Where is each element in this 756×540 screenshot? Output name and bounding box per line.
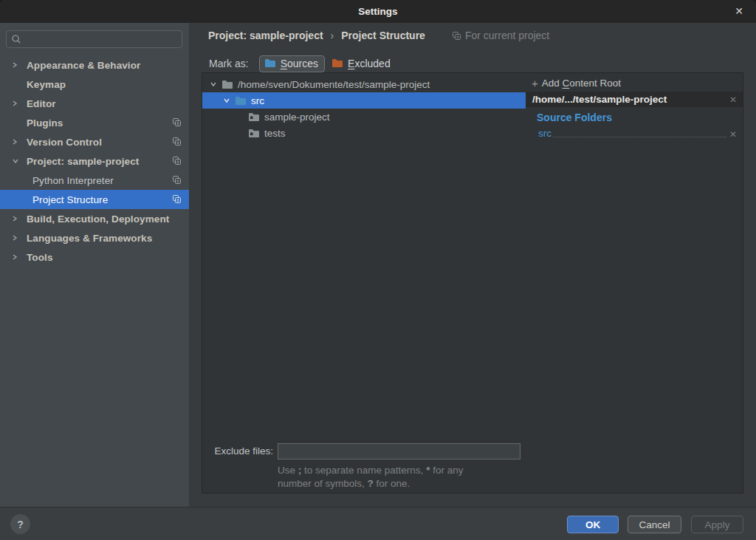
breadcrumb-separator: › [331, 30, 334, 41]
mark-as-excluded-button[interactable]: Excluded [326, 55, 397, 72]
directory-tree-panel: /home/sven/Dokumente/test/sample-project… [202, 72, 526, 493]
exclude-files-hint: Use ; to separate name patterns, * for a… [278, 464, 521, 491]
per-project-settings-icon [172, 117, 182, 127]
per-project-settings-icon [172, 137, 182, 146]
sidebar-item-python-interpreter[interactable]: Python Interpreter [0, 171, 189, 190]
ok-button[interactable]: OK [567, 516, 619, 533]
remove-content-root-icon[interactable]: ✕ [729, 95, 737, 105]
mark-as-label: Mark as: [209, 58, 249, 69]
sidebar-item-plugins[interactable]: Plugins [0, 113, 189, 132]
content-roots-panel: + Add Content Root /home/.../test/sample… [526, 72, 743, 493]
tree-row-label: /home/sven/Dokumente/test/sample-project [238, 79, 430, 90]
per-project-settings-icon [172, 156, 182, 165]
tree-row-label: sample-project [264, 112, 330, 123]
chevron-right-icon [12, 253, 21, 261]
sidebar-item-build-execution-deployment[interactable]: Build, Execution, Deployment [0, 209, 189, 228]
apply-button: Apply [691, 516, 743, 533]
sidebar-item-version-control[interactable]: Version Control [0, 132, 189, 151]
plus-icon: + [532, 77, 538, 89]
dialog-title: Settings [0, 0, 756, 23]
settings-dialog: Settings ✕ Appearance & Behavior Keymap … [0, 0, 756, 540]
folder-icon [248, 112, 260, 122]
content-root-path: /home/.../test/sample-project [532, 94, 729, 105]
chevron-down-icon[interactable] [210, 81, 217, 87]
add-content-root-button[interactable]: + Add Content Root [532, 77, 621, 89]
close-icon[interactable]: ✕ [729, 0, 749, 23]
chevron-right-icon [12, 100, 21, 107]
folder-icon [248, 129, 260, 138]
dialog-footer: ? OK Cancel Apply [0, 507, 756, 540]
search-input[interactable] [26, 34, 177, 45]
per-project-settings-icon [452, 31, 461, 41]
tree-row-content-root[interactable]: /home/sven/Dokumente/test/sample-project [202, 76, 526, 92]
source-folder-name[interactable]: src [538, 128, 551, 140]
search-icon [11, 34, 21, 44]
cancel-button[interactable]: Cancel [628, 516, 681, 533]
tree-row-label: src [251, 95, 264, 106]
breadcrumb: Project: sample-project › Project Struct… [208, 30, 549, 41]
scope-label: For current project [465, 30, 549, 41]
sidebar-item-project-sample-project[interactable]: Project: sample-project [0, 151, 189, 171]
tree-row-src[interactable]: src [202, 92, 526, 109]
sources-folder-icon [264, 58, 276, 68]
sidebar-item-editor[interactable]: Editor [0, 94, 189, 113]
tree-row-tests[interactable]: tests [202, 125, 526, 141]
chevron-right-icon [12, 215, 21, 222]
sidebar-item-keymap[interactable]: Keymap [0, 75, 189, 94]
per-project-settings-icon [172, 194, 182, 204]
settings-search[interactable] [6, 30, 182, 48]
source-folders-heading: Source Folders [537, 112, 612, 123]
breadcrumb-project[interactable]: Project: sample-project [208, 30, 323, 41]
settings-nav-list: Appearance & Behavior Keymap Editor Plug… [0, 55, 189, 267]
exclude-files-input[interactable] [278, 443, 520, 459]
per-project-settings-icon [172, 175, 182, 185]
tree-row-sample-project[interactable]: sample-project [202, 109, 526, 125]
page-title: Project Structure [341, 30, 425, 41]
sidebar-item-languages-frameworks[interactable]: Languages & Frameworks [0, 228, 189, 247]
source-folder-icon [235, 96, 247, 106]
content-root-item[interactable]: /home/.../test/sample-project ✕ [526, 92, 743, 107]
source-folder-item[interactable]: src ✕ [538, 126, 737, 140]
exclude-files-label: Exclude files: [210, 445, 273, 457]
sidebar-item-project-structure[interactable]: Project Structure [0, 190, 189, 209]
chevron-right-icon [12, 61, 21, 69]
chevron-right-icon [12, 234, 21, 242]
sidebar-item-appearance-behavior[interactable]: Appearance & Behavior [0, 55, 189, 75]
chevron-down-icon [12, 158, 21, 164]
scope-indicator: For current project [452, 30, 549, 41]
settings-sidebar: Appearance & Behavior Keymap Editor Plug… [0, 23, 189, 507]
titlebar: Settings ✕ [0, 0, 756, 23]
tree-row-label: tests [264, 128, 286, 139]
folder-icon [221, 80, 233, 89]
sidebar-item-tools[interactable]: Tools [0, 247, 189, 267]
dotted-leader [553, 137, 726, 137]
remove-source-folder-icon[interactable]: ✕ [729, 129, 737, 140]
chevron-right-icon [12, 138, 21, 146]
mark-as-toolbar: Mark as: Sources Excluded [209, 54, 397, 73]
excluded-folder-icon [331, 58, 343, 68]
mark-as-sources-button[interactable]: Sources [259, 55, 325, 72]
help-button[interactable]: ? [10, 514, 30, 534]
chevron-down-icon[interactable] [223, 98, 230, 103]
